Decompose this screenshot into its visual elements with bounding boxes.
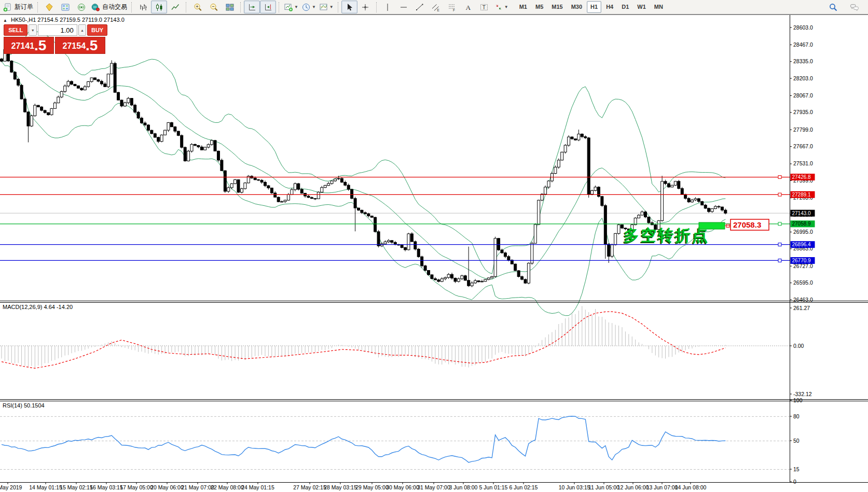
volume-increase-button[interactable]: ▲ [78,24,86,36]
crosshair-button[interactable] [357,1,374,13]
market-watch-button[interactable] [57,1,73,13]
symbol-collapse-icon[interactable]: ▲ [3,18,7,23]
chart-line-icon [171,3,180,12]
indicators-icon [284,3,293,12]
sell-price-display[interactable]: 27141.5 [4,37,54,54]
timeframe-button-m30[interactable]: M30 [568,1,586,13]
terminal-icon [61,3,70,12]
auto-scroll-button[interactable] [244,1,260,13]
svg-text:27935.0: 27935.0 [793,109,813,115]
svg-text:80: 80 [793,413,800,419]
price-axis[interactable]: 28603.028467.028335.028203.028067.027935… [790,15,813,485]
arrows-button[interactable]: ▼ [492,1,510,13]
timeframe-button-h4[interactable]: H4 [602,1,617,13]
svg-text:E: E [437,8,440,11]
text-icon: A [463,3,473,12]
current-price-tag: 27143.0 [791,210,815,217]
svg-text:100: 100 [793,397,803,403]
chevron-down-icon[interactable]: ▼ [312,5,316,9]
timeframe-button-d1[interactable]: D1 [618,1,632,13]
candlestick-series [1,37,727,287]
svg-text:28203.0: 28203.0 [793,75,813,81]
svg-text:26463.0: 26463.0 [793,297,813,303]
autotrading-label: 自动交易 [102,3,127,11]
crosshair-icon [361,3,370,12]
svg-text:F: F [453,8,455,12]
svg-text:27 May 02:15: 27 May 02:15 [293,484,326,490]
svg-text:20 May 06:00: 20 May 06:00 [150,484,184,490]
svg-text:27143.0: 27143.0 [792,210,811,216]
toolbar-separator [279,2,280,12]
svg-text:22 May 08:00: 22 May 08:00 [211,484,244,490]
chart-line-button[interactable] [167,1,183,13]
svg-text:29 May 05:00: 29 May 05:00 [355,484,389,490]
sell-price-main: 27141 [11,39,35,53]
chart-area[interactable]: 28603.028467.028335.028203.028067.027935… [0,0,868,492]
chart-ohlc-values: 27154.5 27159.5 27119.0 27143.0 [37,17,124,23]
horizontal-line-27289-1[interactable] [0,193,790,196]
svg-text:24 May 01:15: 24 May 01:15 [241,484,274,490]
chevron-down-icon[interactable]: ▼ [329,5,334,9]
toolbar-separator [240,2,241,12]
sell-button[interactable]: SELL [4,24,27,36]
chart-candles-button[interactable] [151,1,167,13]
periods-button[interactable]: ▼ [300,1,318,13]
svg-text:A: A [466,4,471,11]
buy-price-display[interactable]: 27154.5 [55,37,105,54]
svg-text:9 May 2019: 9 May 2019 [0,484,22,490]
channel-icon: E [431,3,440,12]
fibonacci-button[interactable]: F [444,1,460,13]
metaeditor-button[interactable] [41,1,57,13]
svg-text:13 Jun 07:00: 13 Jun 07:00 [646,484,678,490]
horizontal-line-27058-9[interactable] [0,222,790,226]
zoom-out-icon [209,3,218,12]
volume-input[interactable] [38,24,77,36]
new-order-button[interactable]: 新订单 [2,1,35,13]
chevron-down-icon[interactable]: ▼ [294,5,298,9]
arrows-icon [494,3,503,12]
fibonacci-icon: F [447,3,457,12]
chat-button[interactable] [846,1,862,13]
chart-bars-button[interactable] [135,1,151,13]
time-axis[interactable]: 9 May 201914 May 01:1515 May 02:1516 May… [0,483,707,490]
rsi-indicator [0,416,790,470]
zoom-in-button[interactable] [189,1,205,13]
svg-text:28067.0: 28067.0 [793,92,813,99]
indicators-button[interactable]: ▼ [282,1,300,13]
trendline-button[interactable] [412,1,428,13]
templates-button[interactable]: ▼ [318,1,335,13]
text-button[interactable]: A [460,1,476,13]
timeframe-button-w1[interactable]: W1 [633,1,650,13]
volume-decrease-button[interactable]: ▼ [29,24,36,36]
horizontal-line-button[interactable] [396,1,412,13]
equidistant-channel-button[interactable]: E [428,1,444,13]
timeframe-button-m1[interactable]: M1 [516,1,531,13]
horizontal-line-27426-8[interactable] [0,176,790,179]
one-click-trading-panel: SELL ▼ ▲ BUY 27141.5 27154.5 [4,24,107,54]
timeframe-button-h1[interactable]: H1 [587,1,601,13]
buy-button[interactable]: BUY [87,24,107,36]
search-button[interactable] [825,1,841,13]
chevron-down-icon[interactable]: ▼ [504,5,508,9]
horizontal-line-26770-9[interactable] [0,259,790,262]
timeframe-button-mn[interactable]: MN [651,1,667,13]
zoom-out-button[interactable] [205,1,222,13]
cursor-icon [345,3,354,12]
autotrading-button[interactable]: 自动交易 [89,1,129,13]
svg-text:27058.9: 27058.9 [792,221,811,227]
tile-windows-button[interactable] [222,1,238,13]
vertical-line-button[interactable] [380,1,396,13]
timeframe-button-m5[interactable]: M5 [532,1,547,13]
text-label-button[interactable]: T [476,1,492,13]
chart-candles-icon [155,3,164,12]
toolbar-separator [338,2,339,12]
cursor-button[interactable] [341,1,357,13]
svg-text:26595.0: 26595.0 [793,279,813,286]
main-toolbar: 新订单自动交易▼▼▼EFAT▼M1M5M15M30H1H4D1W1MN [0,0,868,15]
turning-point-text[interactable]: 多空转折点 [624,227,709,244]
chart-shift-button[interactable] [260,1,276,13]
price-tag-27058-9: 27058.9 [791,220,815,227]
signals-button[interactable] [73,1,89,13]
svg-text:14 Jun 08:00: 14 Jun 08:00 [675,484,707,490]
timeframe-button-m15[interactable]: M15 [548,1,566,13]
